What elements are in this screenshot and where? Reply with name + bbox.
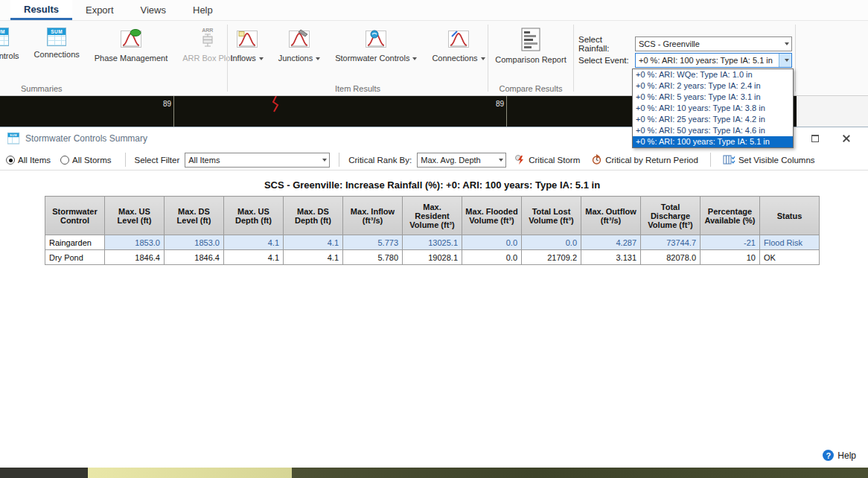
table-row[interactable]: Dry Pond1846.41846.44.14.15.78019028.10.… [45,250,820,265]
event-option[interactable]: +0 %: ARI: 100 years: Type IA: 5.1 in [633,136,793,147]
event-option[interactable]: +0 %: ARI: WQe: Type IA: 1.0 in [633,69,793,80]
phase-management-chart-icon [120,28,142,50]
column-header[interactable]: Status [760,197,820,235]
column-header[interactable]: Max. DS Level (ft) [165,197,224,235]
event-option[interactable]: +0 %: ARI: 5 years: Type IA: 3.1 in [633,92,793,103]
ribbon-item-junctions[interactable]: Junctions [276,26,322,64]
window-title: Stormwater Controls Summary [25,133,147,144]
ribbon-item-comparison-report[interactable]: Comparison Report [493,26,568,66]
value-cell: 4.1 [284,250,343,265]
button-label: Critical by Return Period [605,156,698,165]
comparison-report-icon [521,28,540,51]
event-option[interactable]: +0 %: ARI: 2 years: Type IA: 2.4 in [633,80,793,92]
ribbon-item-stormwater-controls[interactable]: Stormwater Controls [333,26,419,64]
critical-by-return-period-icon [591,154,602,165]
value-cell: 1853.0 [165,235,224,250]
status-cell: OK [760,250,820,265]
column-header[interactable]: Max. US Level (ft) [105,197,165,235]
column-header[interactable]: Stormwater Control [45,197,105,235]
value-cell: 1846.4 [165,250,224,265]
bottom-map-sliver [0,468,868,478]
ribbon-item-phase-management[interactable]: Phase Management [92,26,170,64]
column-header[interactable]: Max. Resident Volume (ft³) [403,197,462,235]
event-select[interactable]: +0 %: ARI: 100 years: Type IA: 5.1 in [635,53,792,68]
group-label-summaries: Summaries [0,84,227,93]
column-header[interactable]: Max. Flooded Volume (ft³) [462,197,522,235]
stormwater-controls-chart-icon [365,28,387,50]
critical-rank-value: Max. Avg. Depth [421,156,493,165]
ribbon-item-connections-results[interactable]: Connections [430,26,487,64]
all-storms-radio[interactable]: All Storms [60,156,111,165]
ribbon-item-stormwater-controls-summary[interactable]: SUM ontrols [0,26,22,62]
radio-dot [6,156,15,165]
value-cell: 5.773 [343,235,403,250]
restore-button[interactable] [811,135,819,142]
column-header[interactable]: Percentage Available (%) [701,197,760,235]
column-header[interactable]: Max. Outflow (ft³/s) [581,197,641,235]
value-cell: 19028.1 [403,250,462,265]
value-cell: 0.0 [462,250,522,265]
tab-views[interactable]: Views [127,0,179,20]
column-header[interactable]: Max. DS Depth (ft) [284,197,343,235]
ribbon-item-label: Comparison Report [495,55,566,64]
map-contour-label: 89 [496,100,504,108]
value-cell: 0.0 [462,235,522,250]
value-cell: 1853.0 [105,235,165,250]
value-cell: 1846.4 [105,250,165,265]
control-name-cell: Dry Pond [45,250,105,265]
select-event-label: Select Event: [578,56,635,65]
map-red-marker [270,96,281,112]
table-body: Raingarden1853.01853.04.14.15.77313025.1… [45,235,820,265]
ribbon-tabbar: Results Export Views Help [0,0,868,21]
map-gridline [506,96,507,127]
help-button[interactable]: ? Help [823,450,856,461]
filter-select[interactable]: All Items [185,153,330,168]
toolbar-separator [339,153,339,167]
critical-storm-button[interactable]: Critical Storm [511,153,583,167]
table-row[interactable]: Raingarden1853.01853.04.14.15.77313025.1… [45,235,820,250]
value-cell: 10 [701,250,760,265]
ribbon-item-label: Phase Management [95,54,167,63]
ribbon-separator [795,25,796,92]
value-cell: 3.131 [581,250,641,265]
event-dropdown-list: +0 %: ARI: WQe: Type IA: 1.0 in+0 %: ARI… [632,68,794,148]
event-option[interactable]: +0 %: ARI: 25 years: Type IA: 4.2 in [633,114,793,125]
arr-box-plot-icon: ARR [197,28,219,50]
ribbon-item-label: ARR Box Plot [182,54,232,63]
results-title: SCS - Greenville: Increase Rainfall (%):… [45,179,820,191]
critical-rank-select[interactable]: Max. Avg. Depth [417,153,506,168]
event-option[interactable]: +0 %: ARI: 50 years: Type IA: 4.6 in [633,125,793,136]
ribbon-item-label: Junctions [278,54,320,63]
group-label-item-results: Item Results [228,84,488,93]
column-header[interactable]: Total Lost Volume (ft³) [522,197,581,235]
value-cell: 5.780 [343,250,403,265]
value-cell: 4.1 [224,250,284,265]
help-label: Help [837,450,856,461]
value-cell: 4.287 [581,235,641,250]
map-blank-area [797,96,868,127]
value-cell: 13025.1 [403,235,462,250]
tab-export[interactable]: Export [72,0,127,20]
app-window: Results Export Views Help SUM ontrols SU… [0,0,868,478]
chevron-down-icon [259,57,264,60]
event-option[interactable]: +0 %: ARI: 10 years: Type IA: 3.8 in [633,103,793,114]
rainfall-select[interactable]: SCS - Greenville [635,36,792,51]
ribbon-item-connections-summary[interactable]: SUM Connections [32,26,82,60]
value-cell: 82078.0 [641,250,701,265]
column-header[interactable]: Max. US Depth (ft) [224,197,284,235]
set-visible-columns-button[interactable]: Set Visible Columns [720,153,818,167]
column-header[interactable]: Total Discharge Volume (ft³) [641,197,701,235]
inflows-chart-icon [236,28,258,50]
results-table: Stormwater ControlMax. US Level (ft)Max.… [45,196,820,265]
tab-results[interactable]: Results [10,0,72,20]
ribbon-item-inflows[interactable]: Inflows [228,26,265,64]
sum-window-icon: SUM [7,133,21,145]
sum-table-icon: SUM [0,28,15,48]
chevron-down-icon [779,54,791,67]
all-items-radio[interactable]: All Items [6,156,51,165]
critical-by-return-period-button[interactable]: Critical by Return Period [588,153,701,167]
tab-help[interactable]: Help [179,0,226,20]
ribbon-item-label: Connections [34,50,80,59]
close-icon[interactable] [841,134,850,143]
column-header[interactable]: Max. Inflow (ft³/s) [343,197,403,235]
